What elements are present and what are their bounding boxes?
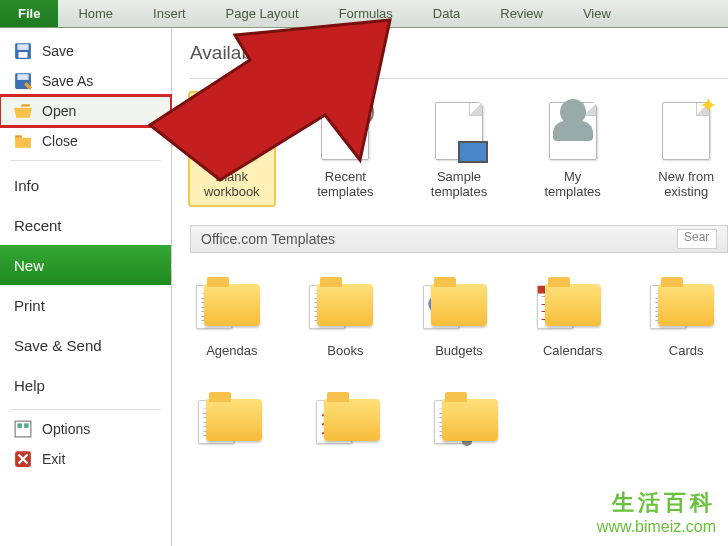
svg-rect-2 <box>19 52 28 58</box>
tab-home[interactable]: Home <box>58 0 133 27</box>
tpl-label: Blank workbook <box>194 169 270 199</box>
tpl-books[interactable]: Books <box>304 267 388 364</box>
folder-icon <box>202 388 266 452</box>
tpl-label: Sample templates <box>421 169 497 199</box>
save-as-icon <box>14 72 32 90</box>
tab-page-layout[interactable]: Page Layout <box>206 0 319 27</box>
calendars-icon <box>541 273 605 337</box>
sidebar-close-label: Close <box>42 133 78 149</box>
tpl-blank-workbook[interactable]: Blank workbook <box>190 93 274 205</box>
template-row-office-2: ✔✔✔ <box>190 382 728 458</box>
svg-rect-4 <box>17 74 28 80</box>
template-search[interactable]: Sear <box>677 229 717 249</box>
section-bar-office: Office.com Templates Sear <box>190 225 728 253</box>
sidebar-info-label: Info <box>14 177 39 194</box>
folder-icon <box>438 388 502 452</box>
tpl-label: Recent templates <box>308 169 384 199</box>
tpl-agendas[interactable]: Agendas <box>190 267 274 364</box>
sidebar-options-label: Options <box>42 421 90 437</box>
tpl-sample-templates[interactable]: Sample templates <box>417 93 501 205</box>
tpl-recent-templates[interactable]: Recent templates <box>304 93 388 205</box>
exit-icon <box>14 450 32 468</box>
tpl-more-1[interactable] <box>190 382 278 458</box>
cards-icon <box>654 273 718 337</box>
sidebar-help[interactable]: Help <box>0 365 171 405</box>
sidebar-print-label: Print <box>14 297 45 314</box>
sidebar-options[interactable]: Options <box>0 414 171 444</box>
tpl-my-templates[interactable]: My templates <box>531 93 615 205</box>
my-templates-icon <box>541 99 605 163</box>
sidebar-exit[interactable]: Exit <box>0 444 171 474</box>
template-row-office-1: Agendas Books Budgets Calendars Cards <box>190 267 728 364</box>
tpl-label: Agendas <box>206 343 257 358</box>
open-folder-icon <box>14 102 32 120</box>
sidebar-save-label: Save <box>42 43 74 59</box>
tab-data[interactable]: Data <box>413 0 480 27</box>
folder-icon: ✔✔✔ <box>320 388 384 452</box>
svg-rect-1 <box>17 44 28 50</box>
new-from-existing-icon: ✦ <box>654 99 718 163</box>
sidebar-help-label: Help <box>14 377 45 394</box>
blank-workbook-icon <box>200 99 264 163</box>
sidebar-new-label: New <box>14 257 44 274</box>
save-icon <box>14 42 32 60</box>
sidebar-exit-label: Exit <box>42 451 65 467</box>
tab-insert[interactable]: Insert <box>133 0 206 27</box>
recent-templates-icon <box>313 99 377 163</box>
budgets-icon <box>427 273 491 337</box>
tpl-label: Cards <box>669 343 704 358</box>
sidebar-save-send[interactable]: Save & Send <box>0 325 171 365</box>
sidebar-save-as[interactable]: Save As <box>0 66 171 96</box>
sidebar-open-label: Open <box>42 103 76 119</box>
template-row-local: Blank workbook Recent templates Sample t… <box>190 93 728 205</box>
tpl-cards[interactable]: Cards <box>644 267 728 364</box>
content-pane: Available Templates Blank workbook Recen… <box>172 28 728 546</box>
tpl-more-2[interactable]: ✔✔✔ <box>308 382 396 458</box>
svg-rect-8 <box>24 423 29 428</box>
tpl-label: My templates <box>535 169 611 199</box>
sidebar-print[interactable]: Print <box>0 285 171 325</box>
tpl-more-3[interactable] <box>426 382 514 458</box>
sidebar-new[interactable]: New <box>0 245 171 285</box>
tpl-label: Calendars <box>543 343 602 358</box>
separator <box>10 409 161 410</box>
sidebar-save-send-label: Save & Send <box>14 337 102 354</box>
tpl-budgets[interactable]: Budgets <box>417 267 501 364</box>
ribbon: File Home Insert Page Layout Formulas Da… <box>0 0 728 28</box>
agendas-icon <box>200 273 264 337</box>
sidebar-close[interactable]: Close <box>0 126 171 156</box>
tab-view[interactable]: View <box>563 0 631 27</box>
section-title-available: Available Templates <box>190 42 728 64</box>
books-icon <box>313 273 377 337</box>
svg-rect-7 <box>17 423 22 428</box>
sample-templates-icon <box>427 99 491 163</box>
close-folder-icon <box>14 132 32 150</box>
tpl-label: Budgets <box>435 343 483 358</box>
divider <box>190 78 728 79</box>
tab-review[interactable]: Review <box>480 0 563 27</box>
options-icon <box>14 420 32 438</box>
tab-file[interactable]: File <box>0 0 58 27</box>
sidebar-recent[interactable]: Recent <box>0 205 171 245</box>
main: Save Save As Open Close Info Recent New … <box>0 28 728 546</box>
backstage-sidebar: Save Save As Open Close Info Recent New … <box>0 28 172 546</box>
sidebar-open[interactable]: Open <box>0 96 171 126</box>
watermark-cn: 生活百科 <box>597 488 716 518</box>
sidebar-recent-label: Recent <box>14 217 62 234</box>
watermark-url: www.bimeiz.com <box>597 518 716 536</box>
tpl-label: Books <box>327 343 363 358</box>
sidebar-save-as-label: Save As <box>42 73 93 89</box>
tab-formulas[interactable]: Formulas <box>319 0 413 27</box>
separator <box>10 160 161 161</box>
tpl-new-from-existing[interactable]: ✦ New from existing <box>644 93 728 205</box>
section-title-office: Office.com Templates <box>201 231 335 247</box>
tpl-label: New from existing <box>648 169 724 199</box>
svg-rect-5 <box>15 135 22 137</box>
tpl-calendars[interactable]: Calendars <box>531 267 615 364</box>
watermark: 生活百科 www.bimeiz.com <box>597 488 716 536</box>
sidebar-info[interactable]: Info <box>0 165 171 205</box>
sidebar-save[interactable]: Save <box>0 36 171 66</box>
